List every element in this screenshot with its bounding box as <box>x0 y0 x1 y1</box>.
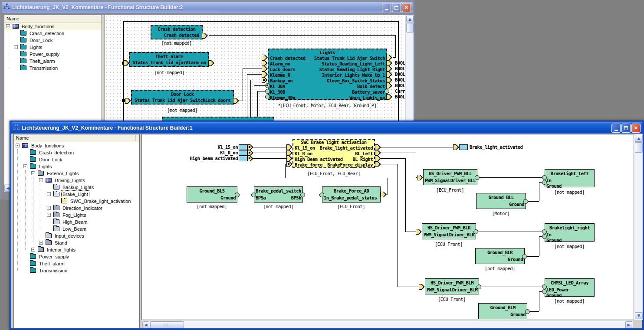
tree-item-power_supply[interactable]: Power_supply <box>4 51 102 58</box>
block-brake-force-ad[interactable]: Brake_Force_AD In_Brake_pedal_status <box>322 186 381 203</box>
tree-item-backup_lights[interactable]: Backup_Lights <box>14 184 139 191</box>
tree-item-brake_light[interactable]: −Brake_Light <box>14 191 139 198</box>
port-circle-icon[interactable] <box>542 234 547 239</box>
tree-header[interactable]: Name <box>14 134 139 142</box>
port-circle-icon[interactable] <box>319 193 324 197</box>
scroll-thumb[interactable] <box>406 23 414 33</box>
port-arrow-icon[interactable] <box>262 72 268 77</box>
port-arrow-icon[interactable] <box>375 150 381 156</box>
tree-item-driving_lights[interactable]: −Driving_Lights <box>14 177 139 184</box>
port-circle-icon[interactable] <box>542 229 547 234</box>
port-arrow-icon[interactable] <box>375 161 381 167</box>
tree-item-direction_indicator[interactable]: +Direction_Indicator <box>14 205 139 212</box>
port-circle-icon[interactable] <box>384 89 389 94</box>
signal-connector-icon[interactable] <box>239 150 247 156</box>
port-arrow-icon[interactable] <box>286 156 292 161</box>
port-arrow-icon[interactable] <box>386 83 392 88</box>
scroll-left-icon[interactable]: ◀ <box>142 321 149 328</box>
scroll-down-icon[interactable]: ▼ <box>635 312 643 319</box>
port-circle-icon[interactable] <box>235 193 240 197</box>
boundary-port[interactable] <box>122 99 125 102</box>
block-chmsl-led-array[interactable]: CHMSL_LED_Array LED_Power Ground <box>545 278 595 297</box>
port-circle-icon[interactable] <box>251 193 256 197</box>
hscrollbar-1[interactable]: ◀ |||| ▶ <box>141 320 633 328</box>
tree-item-transmission[interactable]: Transmission <box>4 65 102 72</box>
minimize-button[interactable] <box>611 124 621 133</box>
tree-header[interactable]: Name <box>4 15 102 23</box>
port-arrow-icon[interactable] <box>286 144 292 150</box>
block-hs-driver-pwm-blr[interactable]: HS_Driver_PWM_BLR PWM_SignalDriver_BLR <box>422 223 476 239</box>
tree-item-crash_detection[interactable]: Crash_detection <box>4 30 102 37</box>
tree-item-stand[interactable]: +Stand <box>14 239 139 246</box>
port-arrow-icon[interactable] <box>386 77 392 83</box>
block-theft-alarm[interactable]: Theft_alarm Status_trunk_lid_ajarAlarm_o… <box>129 52 209 67</box>
tree-item-door_lock[interactable]: Door_Lock <box>4 37 102 44</box>
expand-toggle-icon[interactable]: + <box>47 206 51 210</box>
port-arrow-icon[interactable] <box>386 60 392 66</box>
port-circle-icon[interactable] <box>542 289 547 294</box>
tree-item-input_devices[interactable]: Input_devices <box>14 232 139 239</box>
port-arrow-icon[interactable] <box>375 156 381 161</box>
port-arrow-icon[interactable] <box>386 72 392 77</box>
collapse-toggle-icon[interactable]: − <box>6 24 10 28</box>
tree-item-lights[interactable]: −Lights <box>14 163 139 170</box>
tree-item-high_beam[interactable]: High_Beam <box>14 219 139 225</box>
tree-item-lights[interactable]: +Lights <box>4 44 102 51</box>
maximize-button[interactable] <box>392 3 401 12</box>
block-brake-pedal-switch[interactable]: Brake_pedal_switch BPSaBPSb <box>254 186 303 203</box>
signal-connector-icon[interactable] <box>239 144 247 150</box>
port-circle-icon[interactable] <box>522 254 527 259</box>
port-circle-icon[interactable] <box>525 309 530 314</box>
scroll-thumb[interactable]: |||| <box>150 321 184 328</box>
maximize-button[interactable] <box>621 124 631 133</box>
port-arrow-icon[interactable] <box>381 192 387 197</box>
port-circle-icon[interactable] <box>523 199 528 204</box>
collapse-toggle-icon[interactable]: − <box>39 178 43 182</box>
block-swc-brake-light-activation[interactable]: SWC_Brake_light_activation Kl_15_onBrake… <box>292 139 375 168</box>
scroll-up-icon[interactable]: ▲ <box>635 135 643 142</box>
collapse-toggle-icon[interactable]: − <box>16 144 20 147</box>
block-ground-blm[interactable]: Ground_BLM Ground <box>478 303 527 319</box>
port-arrow-icon[interactable] <box>123 60 129 66</box>
block-ground-bll[interactable]: Ground_BLL Ground <box>476 193 526 209</box>
port-arrow-icon[interactable] <box>416 229 422 235</box>
diagram-canvas-1[interactable]: Kl_15_on Kl_R_on High_beam_activated SWC… <box>141 134 633 320</box>
port-circle-icon[interactable] <box>542 175 547 180</box>
port-arrow-icon[interactable] <box>202 33 208 39</box>
minimize-button[interactable] <box>382 3 391 12</box>
port-circle-icon[interactable] <box>476 284 481 289</box>
tree-item-body_functions[interactable]: −Body_functions <box>4 23 102 30</box>
port-arrow-icon[interactable] <box>386 55 392 60</box>
port-circle-icon[interactable] <box>542 180 547 185</box>
tree-item-power_supply[interactable]: Power_supply <box>14 253 139 260</box>
block-lights[interactable]: Lights Crash_detected__Status_Trunk_Lid_… <box>268 49 387 100</box>
tree-item-crash_detection[interactable]: Crash_detection <box>14 149 139 156</box>
block-ground-blr[interactable]: Ground_BLR Ground <box>475 248 525 264</box>
close-button[interactable]: ✕ <box>631 124 641 133</box>
scroll-up-icon[interactable]: ▲ <box>406 16 414 23</box>
port-circle-icon[interactable] <box>473 229 478 234</box>
port-arrow-icon[interactable] <box>125 98 131 104</box>
titlebar[interactable]: Lichtsteuerung_JK_V2_Kommentare - Functi… <box>11 122 642 134</box>
tree-item-theft_alarm[interactable]: Theft_alarm <box>14 260 139 267</box>
tree-item-theft_alarm[interactable]: Theft_alarm <box>4 58 102 65</box>
tree-item-body_functions[interactable]: −Body_functions <box>14 142 139 149</box>
expand-toggle-icon[interactable]: + <box>14 45 18 49</box>
expand-toggle-icon[interactable]: + <box>31 248 35 252</box>
block-hs-driver-pwm-blm[interactable]: HS_Driver_PWM_BLM PWM_SignalDriver_BLM <box>425 278 479 294</box>
signal-connector-icon[interactable] <box>239 156 247 161</box>
port-arrow-icon[interactable] <box>453 144 459 150</box>
tree-item-interior_lights[interactable]: +Interior_lights <box>14 246 139 253</box>
collapse-toggle-icon[interactable]: − <box>47 192 51 196</box>
tree-item-swc_brake_light_activation[interactable]: SWC_Brake_light_activation <box>14 198 139 205</box>
port-circle-icon[interactable] <box>542 284 547 289</box>
collapse-toggle-icon[interactable]: − <box>23 164 27 168</box>
port-arrow-icon[interactable] <box>262 55 268 60</box>
port-arrow-icon[interactable] <box>375 144 381 150</box>
port-arrow-icon[interactable] <box>419 284 425 290</box>
expand-toggle-icon[interactable]: + <box>47 213 51 217</box>
block-brakelight-left[interactable]: Brakelight_left In Ground <box>545 169 595 187</box>
port-arrow-icon[interactable] <box>262 66 268 72</box>
block-hs-driver-pwm-bll[interactable]: HS_Driver_PWM_BLL PWM_SignalDriver_BLL <box>423 169 477 185</box>
port-circle-icon[interactable] <box>265 89 270 94</box>
